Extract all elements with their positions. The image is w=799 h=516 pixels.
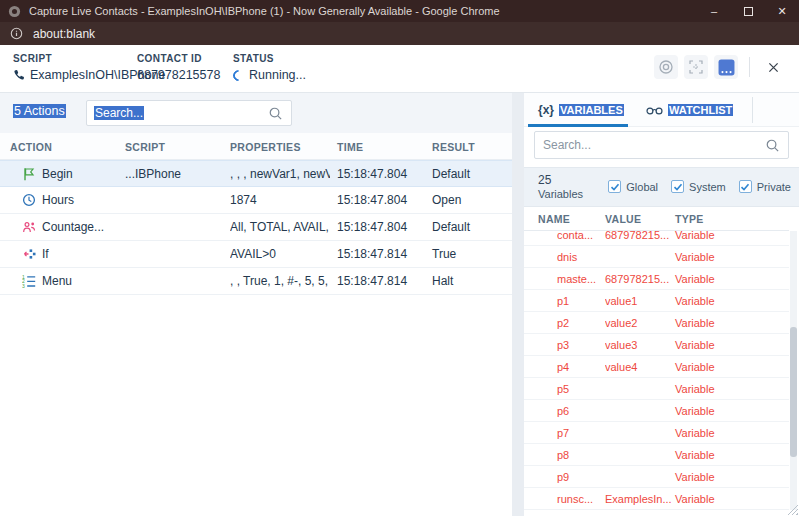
column-type[interactable]: TYPE [675,213,704,225]
toolbar-divider [749,57,750,77]
variable-type-cell: Variable [675,356,715,378]
variable-value-cell: 687978215... [605,268,671,290]
action-result-cell: Open [432,187,461,214]
action-table-row[interactable]: If AVAIL>0 15:18:47.814 True [0,241,512,268]
variables-panel: {x} VARIABLES WATCHLIST 25 Variables Glo… [524,93,799,516]
column-script[interactable]: SCRIPT [125,141,165,153]
browser-titlebar: Capture Live Contacts - ExamplesInOH\IBP… [0,0,799,22]
variable-name-cell: p6 [557,400,603,422]
dock-layout-icon [718,59,735,76]
variables-tabs: {x} VARIABLES WATCHLIST [524,93,799,127]
variable-name-cell: p5 [557,378,603,400]
action-script-cell: ...IBPhone [125,161,181,188]
variable-value-cell: ExamplesIn... [605,488,671,510]
variable-type-cell: Variable [675,378,715,400]
variable-table-row[interactable]: p3 value3 Variable [524,334,789,356]
variables-search-input[interactable] [535,132,788,158]
menu-list-icon: 123 [22,274,36,288]
variable-table-row[interactable]: p8 Variable [524,444,789,466]
column-result[interactable]: RESULT [432,141,475,153]
contact-id-value: 687978215578 [137,68,220,82]
variable-table-row[interactable]: maste... 687978215... Variable [524,268,789,290]
contact-id-label: CONTACT ID [137,53,220,64]
column-name[interactable]: NAME [538,213,570,225]
tab-watchlist[interactable]: WATCHLIST [646,93,733,127]
action-table-row[interactable]: Hours 1874 15:18:47.804 Open [0,187,512,214]
actions-search-placeholder: Search... [94,106,144,120]
close-panel-button[interactable] [761,55,785,79]
actions-toolbar: 5 Actions Search... [0,93,512,133]
variable-table-row[interactable]: p4 value4 Variable [524,356,789,378]
action-name-cell: Hours [42,187,74,214]
column-value[interactable]: VALUE [605,213,641,225]
minimize-button[interactable]: – [697,0,731,22]
svg-text:3: 3 [22,283,25,288]
column-action[interactable]: ACTION [10,141,52,153]
actions-table-header: ACTION SCRIPT PROPERTIES TIME RESULT [0,133,512,160]
variable-name-cell: p2 [557,312,603,334]
tabs-divider [752,97,753,123]
action-table-row[interactable]: Countage... All, TOTAL, AVAIL, ... 15:18… [0,214,512,241]
filter-checkbox-global[interactable]: Global [608,180,658,193]
action-result-cell: Default [432,161,470,188]
action-table-row[interactable]: 123 Menu , , True, 1, #-, 5, 5, ... 15:1… [0,268,512,295]
action-table-row[interactable]: Begin ...IBPhone , , , newVar1, newV... … [0,160,512,187]
filter-label: Private [757,181,791,193]
browser-urlbar: about:blank [0,22,799,45]
active-tab-indicator [528,124,628,127]
variable-table-row[interactable]: p5 Variable [524,378,789,400]
url-text[interactable]: about:blank [33,27,95,41]
record-button[interactable] [654,55,678,79]
action-result-cell: Halt [432,268,453,295]
variable-table-row[interactable]: p6 Variable [524,400,789,422]
branch-icon [22,247,36,261]
page-info-icon[interactable] [10,27,23,40]
expand-icon [688,59,704,75]
column-time[interactable]: TIME [337,141,363,153]
action-name-cell: Menu [42,268,72,295]
close-icon [768,62,779,73]
variable-table-row[interactable]: runsc... ExamplesIn... Variable [524,488,789,510]
column-properties[interactable]: PROPERTIES [230,141,301,153]
dock-layout-button[interactable] [714,55,738,79]
filter-checkbox-system[interactable]: System [671,180,726,193]
maximize-button[interactable] [731,0,765,22]
scrollbar-thumb[interactable] [790,327,797,457]
variable-name-cell: p8 [557,444,603,466]
variable-table-row[interactable]: p9 Variable [524,466,789,488]
tab-variables-label: VARIABLES [559,104,624,116]
close-window-button[interactable]: ✕ [765,0,799,22]
action-time-cell: 15:18:47.804 [337,161,407,188]
tab-variables[interactable]: {x} VARIABLES [538,93,624,127]
action-time-cell: 15:18:47.814 [337,241,407,268]
variable-name-cell: p1 [557,290,603,312]
checkbox-icon [739,180,752,193]
variable-table-row[interactable]: p1 value1 Variable [524,290,789,312]
variable-type-cell: Variable [675,246,715,268]
action-properties-cell: All, TOTAL, AVAIL, ... [230,214,330,241]
variables-table-header: NAME VALUE TYPE [524,207,789,231]
actions-search-input[interactable]: Search... [86,100,292,126]
variable-table-row[interactable]: dnis Variable [524,246,789,268]
variable-value-cell: value1 [605,290,671,312]
tab-watchlist-label: WATCHLIST [668,104,733,116]
variable-name-cell: dnis [557,246,603,268]
variable-type-cell: Variable [675,400,715,422]
app-header: SCRIPT ExamplesInOH\IBPhone CONTACT ID 6… [0,45,799,93]
variable-type-cell: Variable [675,290,715,312]
variable-table-row[interactable]: p2 value2 Variable [524,312,789,334]
variables-search [534,131,789,159]
action-result-cell: Default [432,214,470,241]
variable-table-row[interactable]: p7 Variable [524,422,789,444]
variable-type-cell: Variable [675,312,715,334]
variable-table-row[interactable]: conta... 687978215... Variable [524,231,789,246]
filter-label: System [689,181,726,193]
chrome-logo-icon [8,5,21,18]
actions-count-badge: 5 Actions [13,104,66,118]
filter-checkbox-private[interactable]: Private [739,180,791,193]
variable-type-cell: Variable [675,334,715,356]
expand-button[interactable] [684,55,708,79]
variables-icon: {x} [538,103,554,117]
checkbox-icon [671,180,684,193]
variables-scrollbar[interactable] [790,231,797,510]
